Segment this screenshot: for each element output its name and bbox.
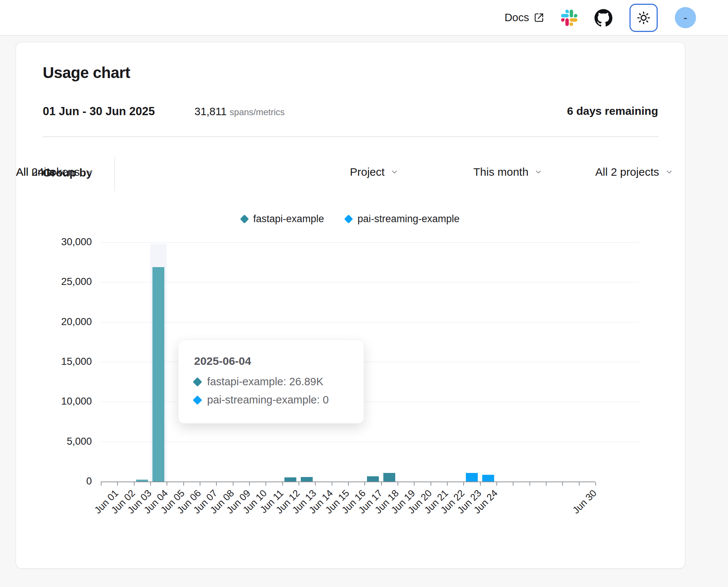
x-axis-tick bbox=[200, 482, 200, 486]
avatar[interactable]: - bbox=[675, 7, 696, 28]
usage-card: Usage chart 01 Jun - 30 Jun 2025 31,811s… bbox=[16, 42, 685, 569]
x-axis-tick bbox=[332, 482, 332, 486]
external-link-icon bbox=[534, 13, 544, 23]
tooltip-series-value: pai-streaming-example: 0 bbox=[207, 394, 329, 406]
sun-icon bbox=[637, 11, 651, 25]
x-axis-tick bbox=[265, 482, 266, 486]
bar-fastapi-example-Jun-17[interactable] bbox=[367, 476, 379, 481]
x-axis-tick bbox=[150, 482, 151, 486]
x-axis-tick bbox=[315, 482, 316, 486]
bar-pai-streaming-example-Jun-23[interactable] bbox=[466, 473, 478, 481]
y-axis-tick-label: 20,000 bbox=[36, 316, 92, 328]
x-axis-tick bbox=[496, 482, 497, 486]
x-axis-tick bbox=[562, 482, 563, 486]
x-axis-tick bbox=[414, 482, 415, 486]
y-axis-tick-label: 15,000 bbox=[36, 356, 92, 367]
x-axis-tick bbox=[249, 482, 250, 486]
y-axis-tick-label: 30,000 bbox=[36, 236, 92, 248]
bar-fastapi-example-Jun-18[interactable] bbox=[383, 473, 395, 481]
tooltip-series-value: fastapi-example: 26.89K bbox=[207, 376, 323, 388]
docs-link[interactable]: Docs bbox=[505, 12, 544, 24]
theme-toggle-button[interactable] bbox=[629, 4, 658, 32]
y-axis-tick-label: 0 bbox=[36, 476, 92, 487]
x-axis-tick bbox=[233, 482, 233, 486]
tooltip-row: fastapi-example: 26.89K bbox=[194, 376, 348, 388]
chart-tooltip: 2025-06-04 fastapi-example: 26.89Kpai-st… bbox=[178, 340, 364, 424]
slack-icon[interactable] bbox=[561, 10, 577, 26]
x-axis-tick bbox=[431, 482, 431, 486]
y-axis-tick-label: 5,000 bbox=[36, 436, 92, 447]
x-axis-tick bbox=[546, 482, 547, 486]
y-axis-tick-label: 10,000 bbox=[36, 396, 92, 407]
x-axis-tick bbox=[167, 482, 167, 486]
x-axis-tick bbox=[579, 482, 580, 486]
x-axis-tick bbox=[282, 482, 283, 486]
x-axis-tick bbox=[364, 482, 365, 486]
tooltip-date: 2025-06-04 bbox=[194, 355, 348, 367]
x-axis-tick bbox=[397, 482, 398, 486]
x-axis-tick bbox=[595, 482, 596, 486]
x-axis-tick bbox=[183, 482, 184, 486]
bar-fastapi-example-Jun-12[interactable] bbox=[284, 477, 296, 481]
x-axis-tick bbox=[529, 482, 530, 486]
github-icon[interactable] bbox=[595, 9, 612, 27]
bar-pai-streaming-example-Jun-24[interactable] bbox=[482, 475, 494, 481]
x-axis-tick bbox=[299, 482, 299, 486]
y-axis-tick-label: 25,000 bbox=[36, 276, 92, 288]
gridline-y-30000 bbox=[101, 242, 639, 243]
x-axis-tick bbox=[480, 482, 481, 486]
gridline-y-20000 bbox=[101, 322, 639, 322]
x-axis-tick bbox=[463, 482, 464, 486]
docs-link-label: Docs bbox=[505, 12, 529, 24]
x-axis-label-Jun-30: Jun 30 bbox=[570, 487, 599, 516]
x-axis-tick bbox=[381, 482, 382, 486]
bar-fastapi-example-Jun-04[interactable] bbox=[152, 267, 164, 481]
top-bar: Docs bbox=[0, 0, 728, 36]
x-axis-tick bbox=[134, 482, 135, 486]
tooltip-diamond-icon bbox=[193, 395, 202, 405]
usage-bar-chart: 05,00010,00015,00020,00025,00030,000Jun … bbox=[16, 42, 685, 568]
tooltip-diamond-icon bbox=[193, 377, 202, 386]
x-axis-tick bbox=[101, 482, 102, 486]
x-axis-tick bbox=[348, 482, 349, 486]
tooltip-row: pai-streaming-example: 0 bbox=[194, 394, 348, 406]
x-axis-tick bbox=[117, 482, 118, 486]
x-axis-tick bbox=[513, 482, 513, 486]
x-axis-tick bbox=[447, 482, 448, 486]
avatar-label: - bbox=[684, 12, 687, 24]
x-axis-tick bbox=[216, 482, 217, 486]
gridline-y-25000 bbox=[101, 282, 639, 282]
gridline-y-5000 bbox=[101, 442, 639, 442]
bar-fastapi-example-Jun-13[interactable] bbox=[301, 477, 313, 481]
